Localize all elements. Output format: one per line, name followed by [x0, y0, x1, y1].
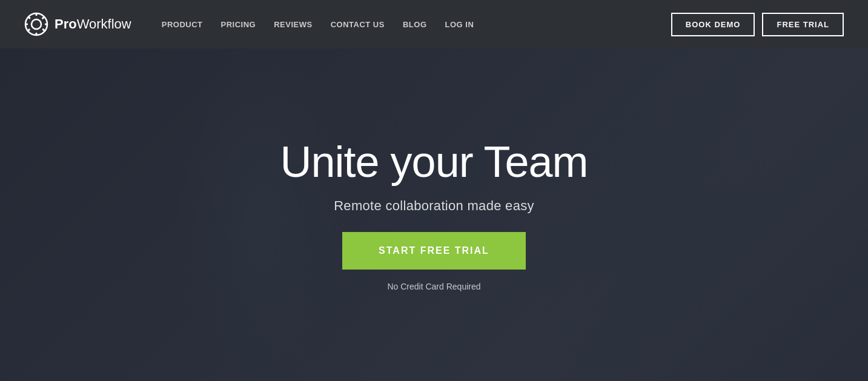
hero-section: Unite your Team Remote collaboration mad…: [0, 48, 868, 381]
nav-links: PRODUCT PRICING REVIEWS CONTACT US BLOG …: [162, 20, 671, 29]
hero-subtitle: Remote collaboration made easy: [334, 198, 534, 214]
svg-rect-5: [45, 24, 48, 25]
nav-contact[interactable]: CONTACT US: [331, 20, 385, 29]
nav-buttons: BOOK DEMO FREE TRIAL: [671, 13, 844, 36]
hero-title: Unite your Team: [280, 138, 588, 186]
nav-blog[interactable]: BLOG: [403, 20, 427, 29]
svg-rect-3: [36, 33, 38, 36]
svg-rect-2: [36, 13, 38, 16]
logo-text: ProWorkflow: [55, 16, 131, 32]
nav-product[interactable]: PRODUCT: [162, 20, 203, 29]
start-trial-button[interactable]: START FREE TRIAL: [342, 232, 526, 270]
svg-point-1: [31, 19, 41, 29]
logo-light: Workflow: [77, 16, 131, 31]
logo-gear-icon: [24, 12, 48, 36]
svg-rect-4: [25, 24, 28, 25]
book-demo-button[interactable]: BOOK DEMO: [671, 13, 755, 36]
navbar: ProWorkflow PRODUCT PRICING REVIEWS CONT…: [0, 0, 868, 48]
free-trial-nav-button[interactable]: FREE TRIAL: [762, 13, 844, 36]
no-credit-card-text: No Credit Card Required: [387, 282, 480, 291]
nav-login[interactable]: LOG IN: [445, 20, 474, 29]
logo-bold: Pro: [55, 16, 77, 31]
hero-content: Unite your Team Remote collaboration mad…: [280, 138, 588, 291]
nav-pricing[interactable]: PRICING: [221, 20, 256, 29]
logo-link[interactable]: ProWorkflow: [24, 12, 131, 36]
nav-reviews[interactable]: REVIEWS: [274, 20, 312, 29]
